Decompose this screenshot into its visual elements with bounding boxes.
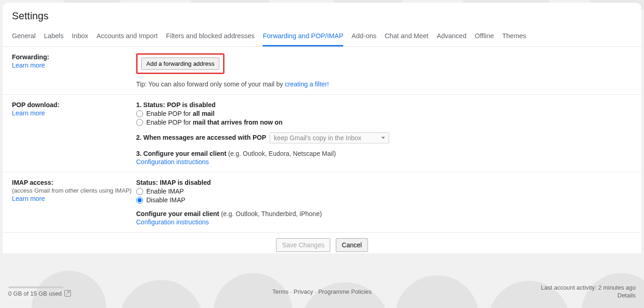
section-pop: POP download: Learn more 1. Status: POP … <box>3 95 641 172</box>
tab-accounts[interactable]: Accounts and Import <box>97 28 158 46</box>
forwarding-tip-text: Tip: You can also forward only some of y… <box>136 80 285 88</box>
imap-status-heading: Status: IMAP is disabled <box>136 179 211 186</box>
storage-text: 0 GB of 15 GB used <box>8 290 62 297</box>
imap-radio-enable[interactable] <box>136 188 143 195</box>
imap-disable-label: Disable IMAP <box>146 196 185 204</box>
footer-links: Terms · Privacy · Programme Policies <box>272 288 372 295</box>
last-activity-text: Last account activity: 2 minutes ago <box>541 284 636 291</box>
tab-labels[interactable]: Labels <box>44 28 64 46</box>
create-filter-link[interactable]: creating a filter! <box>285 80 329 88</box>
pop-configure-heading: 3. Configure your email client <box>136 150 228 157</box>
pop-radio-from-now-on[interactable] <box>136 119 143 126</box>
tab-inbox[interactable]: Inbox <box>72 28 88 46</box>
forwarding-learn-more-link[interactable]: Learn more <box>12 62 45 69</box>
pop-option-from-now-on[interactable]: Enable POP for mail that arrives from no… <box>136 119 632 126</box>
imap-radio-disable[interactable] <box>136 197 143 204</box>
imap-enable-label: Enable IMAP <box>146 188 184 195</box>
section-forwarding: Forwarding: Learn more Add a forwarding … <box>3 47 641 95</box>
pop-configuration-instructions-link[interactable]: Configuration instructions <box>136 158 632 165</box>
imap-configuration-instructions-link[interactable]: Configuration instructions <box>136 218 632 226</box>
terms-link[interactable]: Terms <box>272 288 288 295</box>
section-imap: IMAP access: (access Gmail from other cl… <box>3 172 641 233</box>
forwarding-label: Forwarding: <box>12 53 136 61</box>
imap-label: IMAP access: <box>12 179 136 186</box>
footer-activity: Last account activity: 2 minutes ago Det… <box>541 284 636 299</box>
tab-offline[interactable]: Offline <box>475 28 494 46</box>
forwarding-tip: Tip: You can also forward only some of y… <box>136 80 632 88</box>
imap-configure-heading: Configure your email client <box>136 210 221 217</box>
settings-panel: Settings General Labels Inbox Accounts a… <box>3 3 641 253</box>
tab-general[interactable]: General <box>12 28 36 46</box>
highlighted-add-forwarding-box: Add a forwarding address <box>136 53 224 74</box>
pop-learn-more-link[interactable]: Learn more <box>12 109 45 117</box>
page-title: Settings <box>3 3 641 28</box>
imap-learn-more-link[interactable]: Learn more <box>12 195 45 202</box>
privacy-link[interactable]: Privacy <box>293 288 313 295</box>
tab-themes[interactable]: Themes <box>502 28 526 46</box>
programme-policies-link[interactable]: Programme Policies <box>318 288 372 295</box>
add-forwarding-address-button[interactable]: Add a forwarding address <box>141 57 219 70</box>
footer-storage: 0 GB of 15 GB used <box>8 286 71 297</box>
tab-chat-meet[interactable]: Chat and Meet <box>385 28 428 46</box>
pop-radio-all-mail[interactable] <box>136 110 143 117</box>
settings-tabs: General Labels Inbox Accounts and Import… <box>3 28 641 47</box>
imap-option-disable[interactable]: Disable IMAP <box>136 196 632 204</box>
save-changes-button[interactable]: Save Changes <box>276 238 330 252</box>
pop-option-all-mail[interactable]: Enable POP for all mail <box>136 110 632 117</box>
tab-filters[interactable]: Filters and blocked addresses <box>166 28 255 46</box>
tab-forwarding-pop-imap[interactable]: Forwarding and POP/IMAP <box>263 28 343 46</box>
action-buttons-row: Save Changes Cancel <box>3 233 641 253</box>
pop-status-heading: 1. Status: POP is disabled <box>136 101 215 108</box>
imap-sublabel: (access Gmail from other clients using I… <box>12 187 136 194</box>
activity-details-link[interactable]: Details <box>541 292 636 299</box>
imap-option-enable[interactable]: Enable IMAP <box>136 188 632 195</box>
storage-bar <box>8 286 63 288</box>
imap-configure-note: (e.g. Outlook, Thunderbird, iPhone) <box>221 210 322 217</box>
pop-label: POP download: <box>12 101 136 108</box>
cancel-button[interactable]: Cancel <box>336 238 368 252</box>
pop-access-action-select[interactable]: keep Gmail's copy in the Inbox <box>270 132 389 143</box>
footer: 0 GB of 15 GB used Terms · Privacy · Pro… <box>0 284 644 299</box>
pop-configure-note: (e.g. Outlook, Eudora, Netscape Mail) <box>228 150 336 157</box>
open-external-icon[interactable] <box>64 290 71 297</box>
pop-when-heading: 2. When messages are accessed with POP <box>136 134 266 141</box>
tab-advanced[interactable]: Advanced <box>437 28 466 46</box>
tab-addons[interactable]: Add-ons <box>351 28 376 46</box>
